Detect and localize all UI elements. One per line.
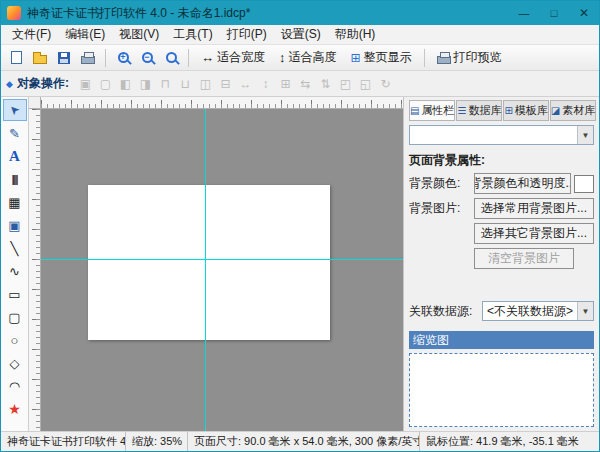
bg-common-image-button[interactable]: 选择常用背景图片...	[474, 198, 594, 219]
new-document-button[interactable]	[5, 47, 27, 69]
status-zoom: 缩放: 35%	[126, 432, 188, 451]
tab-database[interactable]: ☰ 数据库	[456, 100, 502, 121]
space-horizontal-icon: ⇆	[296, 74, 315, 93]
fit-width-button[interactable]: ↔ 适合宽度	[195, 47, 271, 68]
star-tool[interactable]: ★	[3, 398, 27, 420]
minimize-button[interactable]: —	[509, 1, 539, 25]
status-app-name: 神奇证卡证书打印软件 4.0	[1, 432, 126, 451]
print-preview-label: 打印预览	[454, 49, 502, 66]
app-icon	[7, 6, 21, 20]
send-back-icon: ◱	[356, 74, 375, 93]
bg-color-button[interactable]: 背景颜色和透明度...	[474, 173, 571, 194]
datasource-dropdown[interactable]: <不关联数据源> ▼	[482, 301, 594, 321]
ellipse-tool[interactable]: ○	[3, 329, 27, 351]
image-tool[interactable]: ▣	[3, 214, 27, 236]
materials-tab-icon: ◪	[551, 105, 560, 116]
zoom-out-icon	[142, 52, 153, 63]
templates-tab-label: 模板库	[515, 103, 548, 118]
card-page[interactable]	[88, 185, 330, 340]
bg-other-row: 选择其它背景图片...	[409, 223, 594, 244]
database-tab-icon: ☰	[457, 105, 466, 116]
properties-tab-label: 属性栏	[421, 103, 454, 118]
close-button[interactable]: ✕	[569, 1, 599, 25]
object-operations-label: 对象操作:	[17, 75, 69, 92]
align-center-h-icon: ◫	[196, 74, 215, 93]
menu-settings[interactable]: 设置(S)	[274, 24, 328, 45]
drawing-tool-column: ➤ ✎ A ||| ▦ ▣ ╲ ∿ ▭ ▢ ○ ◇ ◠ ★	[1, 97, 29, 431]
design-canvas[interactable]	[41, 109, 403, 431]
line-tool[interactable]: ╲	[3, 237, 27, 259]
bg-color-label: 背景颜色:	[409, 175, 471, 192]
rect-tool[interactable]: ▭	[3, 283, 27, 305]
diamond-icon: ◇	[10, 356, 20, 371]
object-selector-dropdown[interactable]: ▼	[409, 125, 594, 145]
arc-icon: ◠	[9, 379, 20, 394]
print-button[interactable]	[77, 47, 99, 69]
thumbnail-header: 缩览图	[409, 331, 594, 349]
zoom-in-button[interactable]	[112, 47, 134, 69]
tab-materials[interactable]: ◪ 素材库	[550, 100, 596, 121]
properties-panel: ▤ 属性栏 ☰ 数据库 ⊞ 模板库 ◪ 素材库 ▼	[403, 97, 599, 431]
menu-tools[interactable]: 工具(T)	[166, 24, 219, 45]
vertical-ruler	[29, 109, 41, 431]
status-bar: 神奇证卡证书打印软件 4.0 缩放: 35% 页面尺寸: 90.0 毫米 x 5…	[1, 431, 599, 451]
thumbnail-preview	[409, 353, 594, 427]
toolbar-separator	[188, 49, 189, 67]
menu-help[interactable]: 帮助(H)	[328, 24, 383, 45]
dropdown-arrow-icon[interactable]: ▼	[577, 126, 593, 144]
toolbar-separator	[424, 49, 425, 67]
datasource-label: 关联数据源:	[409, 303, 479, 320]
horizontal-ruler	[41, 97, 403, 109]
main-area: ➤ ✎ A ||| ▦ ▣ ╲ ∿ ▭ ▢ ○ ◇ ◠ ★	[1, 97, 599, 431]
edit-tool[interactable]: ✎	[3, 122, 27, 144]
select-tool[interactable]: ➤	[3, 99, 27, 121]
menu-file[interactable]: 文件(F)	[5, 24, 58, 45]
fit-height-icon: ↕	[279, 50, 286, 65]
title-bar: 神奇证卡证书打印软件 4.0 - 未命名1.idcp* — □ ✕	[1, 1, 599, 25]
barcode-icon: |||	[12, 174, 17, 185]
zoom-in-icon	[118, 52, 129, 63]
qrcode-tool[interactable]: ▦	[3, 191, 27, 213]
same-height-icon: ↕	[256, 74, 275, 93]
menu-edit[interactable]: 编辑(E)	[58, 24, 112, 45]
fit-height-label: 适合高度	[289, 49, 337, 66]
menu-print[interactable]: 打印(P)	[220, 24, 274, 45]
zoom-reset-button[interactable]	[160, 47, 182, 69]
canvas-area[interactable]	[29, 97, 403, 431]
ungroup-icon: ▢	[96, 74, 115, 93]
templates-tab-icon: ⊞	[504, 105, 512, 116]
menu-view[interactable]: 视图(V)	[112, 24, 166, 45]
rounded-rect-tool[interactable]: ▢	[3, 306, 27, 328]
star-icon: ★	[8, 401, 21, 417]
save-button[interactable]	[53, 47, 75, 69]
dropdown-arrow-icon[interactable]: ▼	[577, 302, 593, 320]
fit-height-button[interactable]: ↕ 适合高度	[273, 47, 343, 68]
open-button[interactable]	[29, 47, 51, 69]
full-page-icon: ⊞	[351, 51, 361, 65]
bg-other-image-button[interactable]: 选择其它背景图片...	[474, 223, 594, 244]
horizontal-guide-line	[41, 259, 403, 260]
print-preview-icon	[437, 56, 451, 64]
rectangle-icon: ▭	[8, 287, 20, 302]
tab-templates[interactable]: ⊞ 模板库	[503, 100, 548, 121]
object-selector-value	[410, 126, 577, 144]
status-mouse-position: 鼠标位置: 41.9 毫米, -35.1 毫米	[420, 432, 599, 451]
zoom-out-button[interactable]	[136, 47, 158, 69]
full-page-button[interactable]: ⊞ 整页显示	[345, 47, 418, 68]
align-bottom-icon: ⊔	[176, 74, 195, 93]
tab-properties[interactable]: ▤ 属性栏	[409, 100, 455, 121]
main-toolbar: ↔ 适合宽度 ↕ 适合高度 ⊞ 整页显示 打印预览	[1, 45, 599, 71]
app-window: 神奇证卡证书打印软件 4.0 - 未命名1.idcp* — □ ✕ 文件(F) …	[0, 0, 600, 452]
object-toolbar: ◆ 对象操作: ▣ ▢ ◧ ◨ ⊓ ⊔ ◫ ⊟ ↔ ↕ ⊞ ⇆ ⇅ ◰ ◱ ↻	[1, 71, 599, 97]
group-icon: ▣	[76, 74, 95, 93]
maximize-button[interactable]: □	[539, 1, 569, 25]
text-tool[interactable]: A	[3, 145, 27, 167]
curve-icon: ∿	[9, 264, 20, 279]
diamond-tool[interactable]: ◇	[3, 352, 27, 374]
bg-color-swatch[interactable]	[574, 175, 594, 193]
arc-tool[interactable]: ◠	[3, 375, 27, 397]
database-tab-label: 数据库	[468, 103, 501, 118]
curve-tool[interactable]: ∿	[3, 260, 27, 282]
print-preview-button[interactable]: 打印预览	[431, 47, 508, 68]
barcode-tool[interactable]: |||	[3, 168, 27, 190]
